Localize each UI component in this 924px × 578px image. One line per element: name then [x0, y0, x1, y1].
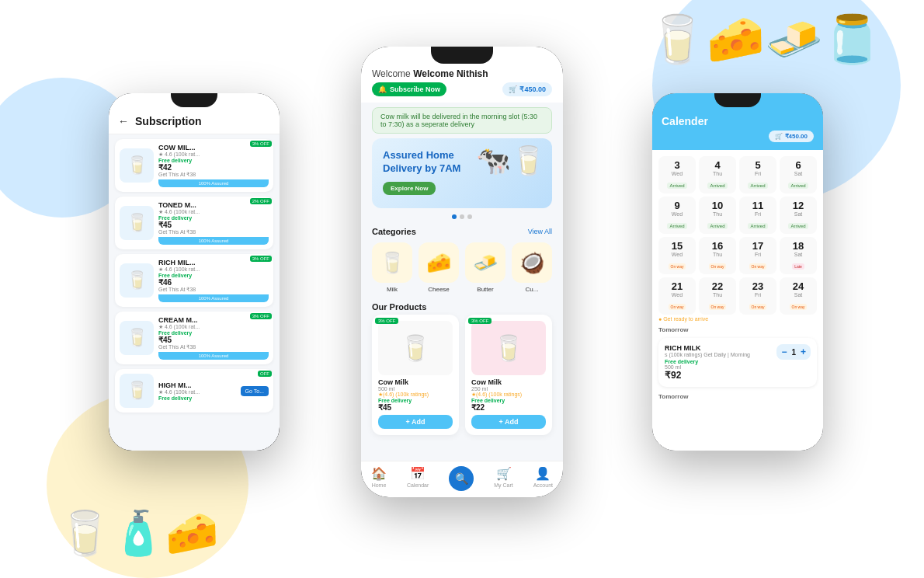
add-button-1[interactable]: + Add: [378, 415, 453, 429]
day-number: 4: [702, 159, 733, 171]
dot-2: [460, 214, 464, 219]
nav-account[interactable]: 👤 Account: [533, 466, 553, 491]
notch-center: [431, 47, 493, 64]
day-status: Arrived: [748, 183, 767, 189]
nav-calendar[interactable]: 📅 Calendar: [407, 466, 429, 491]
phone-right-screen: Calender 🛒 ₹450.00 3 Wed Arrived 4: [652, 93, 823, 451]
calendar-week-3: 15 Wed On way 16 Thu On way 17 Fri On wa…: [658, 237, 817, 274]
discount-badge: 3% OFF: [250, 141, 272, 147]
list-item[interactable]: 🥛 RICH MIL... ★ 4.6 (100k rat... Free de…: [115, 254, 273, 307]
day-status: Arrived: [788, 183, 808, 189]
food-decoration: 🥛🧀🧈🫙: [648, 12, 881, 67]
product-details: HIGH MI... ★ 4.6 (100k rat... Free deliv…: [158, 381, 236, 401]
price-value: ₹450.00: [519, 85, 546, 93]
banner-indicators: [361, 214, 563, 219]
cal-day-24[interactable]: 24 Sat On way: [780, 277, 817, 315]
product-rating: ★ 4.6 (100k rat...: [158, 389, 236, 395]
assured-label: 100% Assured: [158, 237, 269, 245]
other-icon: 🥥: [512, 242, 552, 283]
get-ready-notice: ● Get ready to arrive: [658, 315, 817, 323]
cal-day-11[interactable]: 11 Fri Arrived: [739, 197, 776, 234]
discount-badge: 3% OFF: [250, 256, 272, 262]
cal-day-10[interactable]: 10 Thu Arrived: [699, 197, 736, 234]
cal-day-3[interactable]: 3 Wed Arrived: [658, 156, 696, 193]
free-delivery-label: Free delivery: [158, 273, 269, 278]
calendar-body: 3 Wed Arrived 4 Thu Arrived 5 Fri Arrive…: [652, 150, 823, 451]
subscription-list: 🥛 COW MIL... ★ 4.6 (100k rat... Free del…: [109, 134, 280, 422]
cheese-icon: 🧀: [419, 242, 459, 283]
product-price: ₹45: [158, 221, 269, 229]
cal-day-6[interactable]: 6 Sat Arrived: [780, 156, 817, 193]
list-item[interactable]: 🥛 HIGH MI... ★ 4.6 (100k rat... Free del…: [115, 369, 273, 413]
plus-button[interactable]: +: [801, 346, 806, 357]
product-card-1[interactable]: 3% OFF 🥛 Cow Milk 500 ml ★(4.6) (100k ra…: [372, 315, 459, 435]
phone-left: ← Subscription 🥛 COW MIL... ★ 4.6 (100k …: [109, 93, 280, 451]
assured-label: 100% Assured: [158, 179, 269, 187]
list-item[interactable]: 🥛 COW MIL... ★ 4.6 (100k rat... Free del…: [115, 139, 273, 192]
cal-day-4[interactable]: 4 Thu Arrived: [699, 156, 736, 193]
cal-day-22[interactable]: 22 Thu On way: [699, 277, 736, 315]
cal-day-17[interactable]: 17 Fri On way: [739, 237, 776, 274]
calendar-week-1: 3 Wed Arrived 4 Thu Arrived 5 Fri Arrive…: [658, 156, 817, 193]
back-arrow-icon[interactable]: ←: [118, 115, 129, 127]
minus-button[interactable]: −: [781, 346, 787, 357]
day-name: Wed: [662, 171, 693, 176]
product-price: ₹46: [158, 278, 269, 287]
cal-day-12[interactable]: 12 Sat Arrived: [780, 197, 817, 234]
other-label: Cu...: [526, 286, 539, 293]
cal-day-18[interactable]: 18 Sat Late: [780, 237, 817, 274]
quantity-control[interactable]: − 1 +: [776, 344, 811, 360]
calendar-title: Calender: [662, 115, 708, 127]
product-name: HIGH MI...: [158, 381, 236, 389]
free-delivery-label: Free delivery: [158, 330, 269, 336]
products-row: 3% OFF 🥛 Cow Milk 500 ml ★(4.6) (100k ra…: [372, 315, 552, 435]
add-button-2[interactable]: + Add: [471, 415, 546, 429]
home-icon: 🏠: [371, 466, 387, 481]
nav-cart[interactable]: 🛒 My Cart: [494, 466, 513, 491]
list-item[interactable]: 🥛 TONED M... ★ 4.6 (100k rat... Free del…: [115, 197, 273, 249]
product-rating-2: ★(4.6) (100k ratings): [471, 392, 546, 398]
original-price: Get This At ₹38: [158, 287, 269, 293]
day-status: Arrived: [667, 183, 686, 189]
product-card-2[interactable]: 3% OFF 🥛 Cow Milk 250 ml ★(4.6) (100k ra…: [465, 315, 552, 435]
view-all-link[interactable]: View All: [528, 228, 552, 235]
product-details: RICH MIL... ★ 4.6 (100k rat... Free deli…: [158, 259, 269, 302]
cal-day-9[interactable]: 9 Wed Arrived: [658, 197, 696, 234]
subscribe-button[interactable]: 🔔 Subscribe Now: [372, 82, 446, 96]
cal-day-5[interactable]: 5 Fri Arrived: [739, 156, 776, 193]
subscription-title: Subscription: [135, 115, 202, 127]
phone-center-screen: Welcome Welcome Nithish 🔔 Subscribe Now …: [361, 47, 563, 497]
day-status: Arrived: [707, 183, 727, 189]
milk-decoration: 🥛🧴🧀: [58, 508, 219, 559]
product-detail-free: Free delivery 500 ml: [665, 359, 698, 370]
category-other[interactable]: 🥥 Cu...: [512, 242, 552, 293]
welcome-text: Welcome Welcome Nithish: [372, 68, 552, 79]
calendar-week-4: 21 Wed On way 22 Thu On way 23 Fri On wa…: [658, 277, 817, 315]
nav-search[interactable]: 🔍: [449, 466, 474, 491]
category-milk[interactable]: 🥛 Milk: [372, 242, 412, 293]
promo-banner[interactable]: Assured Home Delivery by 7AM Explore Now…: [372, 138, 552, 208]
category-cheese[interactable]: 🧀 Cheese: [419, 242, 459, 293]
bottom-navigation: 🏠 Home 📅 Calendar 🔍 🛒 My Cart 👤 Account: [361, 461, 563, 497]
original-price: Get This At ₹38: [158, 229, 269, 235]
category-butter[interactable]: 🧈 Butter: [465, 242, 505, 293]
search-icon[interactable]: 🔍: [449, 466, 474, 491]
list-item[interactable]: 🥛 CREAM M... ★ 4.6 (100k rat... Free del…: [115, 312, 273, 364]
explore-button[interactable]: Explore Now: [383, 182, 436, 195]
cal-day-16[interactable]: 16 Thu On way: [699, 237, 736, 274]
nav-home[interactable]: 🏠 Home: [371, 466, 387, 491]
cal-day-15[interactable]: 15 Wed On way: [658, 237, 696, 274]
product-detail-name: RICH MILK: [665, 344, 750, 352]
cal-day-23[interactable]: 23 Fri On way: [739, 277, 776, 315]
categories-row: 🥛 Milk 🧀 Cheese 🧈 Butter 🥥 Cu...: [361, 239, 563, 299]
cal-day-21[interactable]: 21 Wed On way: [658, 277, 696, 315]
header-row: 🔔 Subscribe Now 🛒 ₹450.00: [372, 82, 552, 96]
day-name: Fri: [742, 171, 773, 176]
phone-right: Calender 🛒 ₹450.00 3 Wed Arrived 4: [652, 93, 823, 451]
go-button[interactable]: Go To...: [241, 386, 269, 396]
discount-badge: 3% OFF: [250, 313, 272, 319]
product-detail-row[interactable]: RICH MILK s (100k ratings) Get Daily | M…: [658, 338, 817, 387]
product-rating: ★ 4.6 (100k rat...: [158, 209, 269, 215]
milk-icon: 🥛: [372, 242, 412, 283]
phones-container: ← Subscription 🥛 COW MIL... ★ 4.6 (100k …: [0, 0, 924, 578]
